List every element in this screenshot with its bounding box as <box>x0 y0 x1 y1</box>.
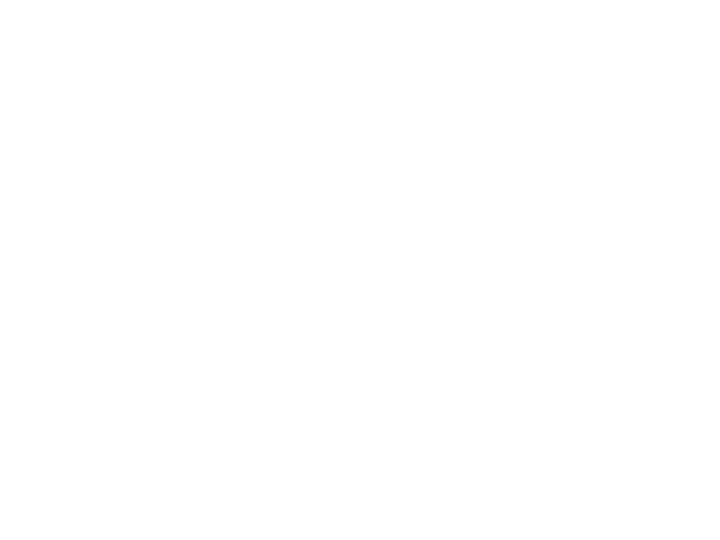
arrows-layer <box>0 0 720 540</box>
